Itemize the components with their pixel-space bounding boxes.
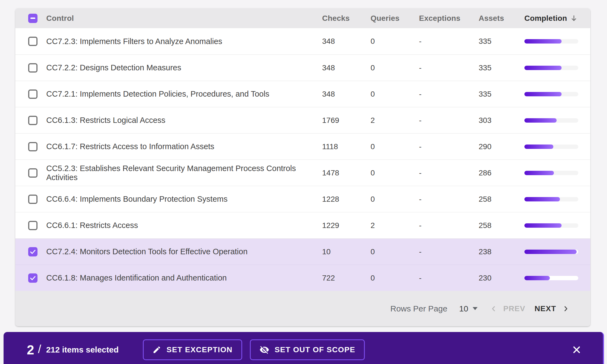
completion-bar-track <box>524 145 578 149</box>
column-header-exceptions[interactable]: Exceptions <box>419 14 479 23</box>
table-row[interactable]: CC5.2.3: Establishes Relevant Security M… <box>15 160 590 186</box>
exceptions-value: - <box>419 142 479 151</box>
completion-bar-track <box>524 223 578 228</box>
assets-value: 303 <box>479 116 524 125</box>
count-separator: / <box>38 343 41 356</box>
assets-value: 335 <box>479 37 524 46</box>
exceptions-value: - <box>419 90 479 99</box>
selected-items-text: 212 items selected <box>46 345 118 354</box>
table-row[interactable]: CC7.2.4: Monitors Detection Tools for Ef… <box>15 238 590 265</box>
column-header-queries[interactable]: Queries <box>371 14 419 23</box>
checks-value: 1478 <box>322 169 371 177</box>
control-label: CC6.1.3: Restricts Logical Access <box>46 116 322 125</box>
control-label: CC6.6.4: Implements Boundary Protection … <box>46 195 322 204</box>
close-icon <box>572 345 581 354</box>
row-checkbox[interactable] <box>28 273 37 283</box>
column-header-completion[interactable]: Completion <box>524 14 590 23</box>
indeterminate-minus-icon <box>30 18 35 19</box>
next-label: NEXT <box>534 304 556 313</box>
chevron-right-icon <box>562 305 569 312</box>
queries-value: 2 <box>371 221 419 230</box>
table-row[interactable]: CC6.1.3: Restricts Logical Access 1769 2… <box>15 107 590 133</box>
table-footer: Rows Per Page 10 PREV NEXT <box>15 291 590 326</box>
table-header-row: Control Checks Queries Exceptions Assets… <box>15 8 590 28</box>
table-row[interactable]: CC7.2.1: Implements Detection Policies, … <box>15 81 590 107</box>
column-header-checks[interactable]: Checks <box>322 14 371 23</box>
exceptions-value: - <box>419 37 479 46</box>
assets-value: 290 <box>479 142 524 151</box>
queries-value: 0 <box>371 169 419 177</box>
column-header-assets[interactable]: Assets <box>479 14 524 23</box>
table-row[interactable]: CC6.6.1: Restricts Access 1229 2 - 258 <box>15 212 590 238</box>
queries-value: 2 <box>371 116 419 125</box>
row-checkbox[interactable] <box>28 142 37 151</box>
row-checkbox[interactable] <box>28 63 37 73</box>
table-row[interactable]: CC6.1.7: Restricts Access to Information… <box>15 133 590 160</box>
completion-bar-fill <box>524 223 562 228</box>
assets-value: 258 <box>479 195 524 204</box>
completion-bar-fill <box>524 197 560 201</box>
exceptions-value: - <box>419 247 479 256</box>
table-row[interactable]: CC7.2.3: Implements Filters to Analyze A… <box>15 28 590 54</box>
set-out-of-scope-button[interactable]: SET OUT OF SCOPE <box>250 339 365 360</box>
set-out-of-scope-label: SET OUT OF SCOPE <box>275 345 355 354</box>
completion-bar-fill <box>524 145 553 149</box>
completion-bar-fill <box>524 171 554 175</box>
control-label: CC6.1.7: Restricts Access to Information… <box>46 142 322 151</box>
control-label: CC7.2.2: Designs Detection Measures <box>46 63 322 72</box>
caret-down-icon <box>473 307 478 310</box>
queries-value: 0 <box>371 247 419 256</box>
checks-value: 348 <box>322 63 371 72</box>
exceptions-value: - <box>419 169 479 177</box>
check-icon <box>30 275 36 281</box>
completion-bar-track <box>524 171 578 175</box>
checks-value: 1118 <box>322 142 371 151</box>
completion-bar-track <box>524 39 578 44</box>
row-checkbox[interactable] <box>28 195 37 204</box>
rows-per-page-select[interactable]: 10 <box>459 304 478 313</box>
close-selection-bar-button[interactable] <box>570 343 583 356</box>
controls-table-card: Control Checks Queries Exceptions Assets… <box>15 8 590 326</box>
table-row[interactable]: CC6.6.4: Implements Boundary Protection … <box>15 186 590 212</box>
row-checkbox[interactable] <box>28 37 37 46</box>
checks-value: 1228 <box>322 195 371 204</box>
checks-value: 1769 <box>322 116 371 125</box>
prev-page-button[interactable]: PREV <box>490 304 525 313</box>
control-label: CC7.2.1: Implements Detection Policies, … <box>46 89 322 99</box>
queries-value: 0 <box>371 195 419 204</box>
selection-action-bar: 2 / 212 items selected SET EXCEPTION SET… <box>4 332 604 364</box>
completion-bar-fill <box>524 92 562 96</box>
control-label: CC7.2.4: Monitors Detection Tools for Ef… <box>46 247 322 256</box>
exceptions-value: - <box>419 116 479 125</box>
queries-value: 0 <box>371 142 419 151</box>
assets-value: 286 <box>479 169 524 177</box>
exceptions-value: - <box>419 63 479 72</box>
completion-bar-fill <box>524 66 562 70</box>
completion-bar-track <box>524 118 578 123</box>
control-label: CC6.1.8: Manages Identification and Auth… <box>46 273 322 282</box>
checks-value: 1229 <box>322 221 371 230</box>
control-label: CC7.2.3: Implements Filters to Analyze A… <box>46 37 322 46</box>
rows-per-page-value: 10 <box>459 304 468 313</box>
sort-desc-arrow-icon <box>570 14 578 22</box>
queries-value: 0 <box>371 37 419 46</box>
exceptions-value: - <box>419 274 479 282</box>
checks-value: 348 <box>322 90 371 99</box>
checks-value: 348 <box>322 37 371 46</box>
assets-value: 238 <box>479 247 524 256</box>
select-all-checkbox[interactable] <box>28 14 37 23</box>
next-page-button[interactable]: NEXT <box>534 304 569 313</box>
table-body: CC7.2.3: Implements Filters to Analyze A… <box>15 28 590 291</box>
table-row[interactable]: CC6.1.8: Manages Identification and Auth… <box>15 265 590 291</box>
row-checkbox[interactable] <box>28 89 37 99</box>
row-checkbox[interactable] <box>28 168 37 178</box>
row-checkbox[interactable] <box>28 221 37 230</box>
table-row[interactable]: CC7.2.2: Designs Detection Measures 348 … <box>15 54 590 81</box>
completion-bar-fill <box>524 276 550 280</box>
set-exception-button[interactable]: SET EXCEPTION <box>143 339 242 360</box>
assets-value: 230 <box>479 274 524 282</box>
selected-count-number: 2 <box>27 342 34 357</box>
row-checkbox[interactable] <box>28 116 37 125</box>
check-icon <box>30 249 36 255</box>
row-checkbox[interactable] <box>28 247 37 256</box>
